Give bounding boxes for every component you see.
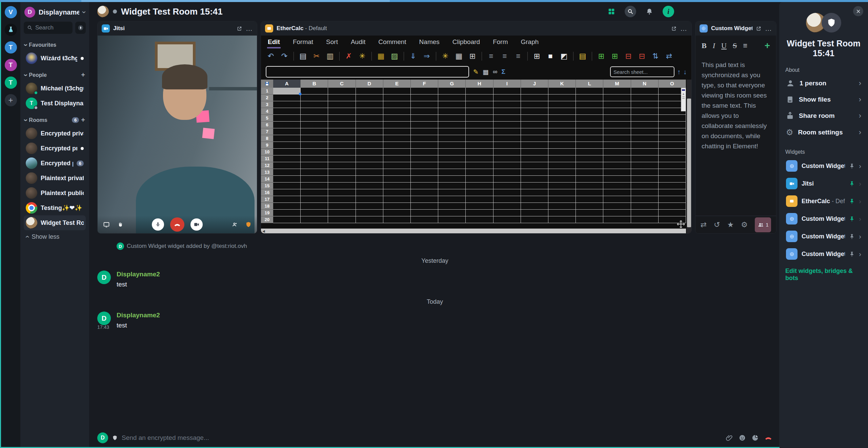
room-avatar[interactable] [97,6,109,17]
cell-H4[interactable] [466,108,493,115]
cell-K2[interactable] [548,94,576,101]
cell-K1[interactable] [548,88,576,94]
popout-icon[interactable] [237,26,242,31]
cell-B13[interactable] [301,169,328,176]
cell-G11[interactable] [438,155,466,162]
widget-scrollbar-thumb[interactable] [687,99,691,227]
avatar[interactable]: D [97,271,111,284]
search-input[interactable] [35,24,69,31]
cell-H10[interactable] [466,149,493,155]
shift-right-icon[interactable]: ⇒ [422,52,431,60]
cell-A12[interactable] [273,162,301,169]
cell-O16[interactable] [659,189,686,196]
menu-graph[interactable]: Graph [520,36,539,48]
column-header-D[interactable]: D [356,80,383,88]
cell-J4[interactable] [521,108,548,115]
edit-wand-icon[interactable]: ✎ [473,68,479,76]
edit-widgets-link[interactable]: Edit widgets, bridges & bots [785,268,862,282]
message-group[interactable]: D Displayname2 test [97,271,772,288]
chevron-right-icon[interactable]: › [859,162,861,170]
cell-L18[interactable] [576,203,603,210]
widget-menu-icon[interactable]: … [680,25,687,33]
cell-N16[interactable] [631,189,659,196]
add-room-button[interactable]: + [81,116,85,124]
cell-M3[interactable] [603,101,631,108]
cell-H6[interactable] [466,122,493,128]
column-header-I[interactable]: I [493,80,521,88]
cell-M9[interactable] [603,142,631,149]
cell-J7[interactable] [521,128,548,135]
cell-M7[interactable] [603,128,631,135]
search-prev-icon[interactable]: ↑ [677,68,681,76]
custom-widget-header[interactable]: Custom Widget … [695,21,776,36]
show-less-button[interactable]: › Show less [24,230,86,243]
widget-menu-icon[interactable]: … [246,25,253,33]
bold-button[interactable]: B [702,41,707,50]
cell-M10[interactable] [603,149,631,155]
italic-button[interactable]: I [713,41,715,50]
cell-I13[interactable] [493,169,521,176]
insert-row-icon[interactable]: ⊞ [597,52,606,60]
cell-D12[interactable] [356,162,383,169]
row-header-20[interactable]: 20 [261,216,273,223]
cell-I19[interactable] [493,210,521,216]
cell-L9[interactable] [576,142,603,149]
cell-A14[interactable] [273,176,301,183]
cell-M20[interactable] [603,216,631,223]
cell-G1[interactable] [438,88,466,94]
cell-N5[interactable] [631,115,659,122]
participants-button[interactable]: 1 [755,217,771,232]
cell-M5[interactable] [603,115,631,122]
avatar[interactable]: D [97,312,111,325]
cell-I1[interactable] [493,88,521,94]
cell-C13[interactable] [328,169,356,176]
cell-F3[interactable] [411,101,438,108]
column-header-L[interactable]: L [576,80,603,88]
cell-B12[interactable] [301,162,328,169]
fill-color-icon[interactable]: ■ [546,52,555,60]
widget-row-custom-widget[interactable]: Custom Widget› [785,228,862,245]
cell-I15[interactable] [493,183,521,189]
copy-icon[interactable]: ▤ [299,52,307,60]
cell-L17[interactable] [576,196,603,203]
merge-cells-icon[interactable]: ⊞ [468,52,477,60]
cell-N8[interactable] [631,135,659,142]
message-text[interactable]: test [117,322,772,329]
cell-D11[interactable] [356,155,383,162]
cell-H3[interactable] [466,101,493,108]
underline-button[interactable]: U [721,41,727,50]
menu-sort[interactable]: Sort [325,36,339,48]
cell-J3[interactable] [521,101,548,108]
room-row[interactable]: Encrypted priv... 6 [24,156,86,171]
row-header-6[interactable]: 6 [261,122,273,128]
cell-K20[interactable] [548,216,576,223]
cell-J14[interactable] [521,176,548,183]
cell-K11[interactable] [548,155,576,162]
sticker-icon[interactable] [751,434,759,442]
cell-G13[interactable] [438,169,466,176]
menu-format[interactable]: Format [292,36,314,48]
cell-J2[interactable] [521,94,548,101]
cell-K8[interactable] [548,135,576,142]
sheet-horizontal-scrollbar[interactable]: ◀ [261,229,686,233]
cell-I11[interactable] [493,155,521,162]
cell-K4[interactable] [548,108,576,115]
mute-mic-button[interactable] [152,218,164,231]
cell-B15[interactable] [301,183,328,189]
cell-L2[interactable] [576,94,603,101]
people-item[interactable]: 1 person › [785,75,862,91]
format-sparkle-icon[interactable]: ✳ [441,52,450,60]
message-text[interactable]: test [117,281,772,288]
cell-G18[interactable] [438,203,466,210]
cell-D6[interactable] [356,122,383,128]
cell-E4[interactable] [383,108,411,115]
cell-E13[interactable] [383,169,411,176]
cell-E1[interactable] [383,88,411,94]
cell-H8[interactable] [466,135,493,142]
history-icon[interactable]: ↺ [714,220,720,229]
emoji-icon[interactable] [739,434,746,442]
cell-B1[interactable] [301,88,328,94]
cell-N4[interactable] [631,108,659,115]
paste-icon[interactable]: ▥ [326,52,335,60]
cell-G20[interactable] [438,216,466,223]
